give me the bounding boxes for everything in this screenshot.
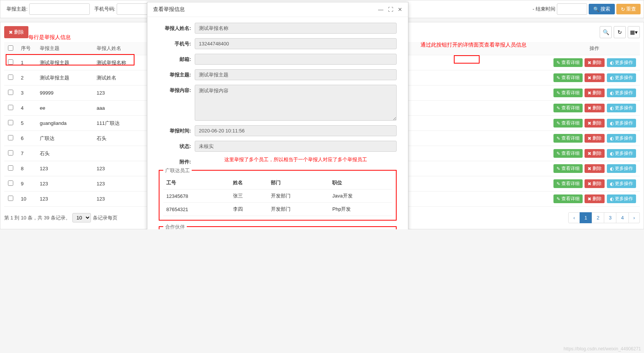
row-checkbox[interactable]: [8, 90, 13, 95]
row-delete-button[interactable]: ✖删除: [585, 58, 605, 67]
row-delete-button[interactable]: ✖删除: [585, 134, 605, 143]
grid-icon: ▦▾: [630, 29, 638, 35]
more-actions-button[interactable]: ◐更多操作: [607, 179, 636, 188]
more-actions-button[interactable]: ◐更多操作: [607, 149, 636, 158]
emp-col-position: 职位: [329, 176, 392, 190]
delete-label: 删除: [14, 29, 24, 36]
more-actions-button[interactable]: ◐更多操作: [607, 58, 636, 67]
view-detail-button[interactable]: ✎查看详细: [553, 194, 583, 203]
view-detail-button[interactable]: ✎查看详细: [553, 164, 583, 173]
reset-icon: ↻: [621, 6, 625, 12]
row-delete-button[interactable]: ✖删除: [585, 164, 605, 173]
more-actions-button[interactable]: ◐更多操作: [607, 89, 636, 97]
delete-icon: ✖: [588, 75, 591, 81]
more-actions-button[interactable]: ◐更多操作: [607, 134, 636, 143]
row-delete-button[interactable]: ✖删除: [585, 119, 605, 128]
view-detail-button[interactable]: ✎查看详细: [553, 73, 583, 82]
employee-row: 12345678张三开发部门Java开发: [163, 190, 392, 203]
end-time-input[interactable]: [557, 3, 587, 15]
view-detail-button[interactable]: ✎查看详细: [553, 179, 583, 188]
edit-icon: ✎: [556, 181, 560, 187]
row-delete-button[interactable]: ✖删除: [585, 179, 605, 188]
row-delete-button[interactable]: ✖删除: [585, 104, 605, 112]
cell-topic: 123: [36, 161, 93, 176]
edit-icon: ✎: [556, 106, 560, 111]
row-delete-button[interactable]: ✖删除: [585, 149, 605, 158]
delete-icon: ✖: [588, 136, 591, 141]
page-4[interactable]: 4: [616, 212, 628, 223]
annotation-multi-employee: 这里举报了多个员工，所以相当于一个举报人对应了多个举报员工: [195, 156, 397, 163]
more-icon: ◐: [610, 60, 614, 65]
row-checkbox[interactable]: [8, 120, 13, 125]
search-button[interactable]: 🔍 搜索: [589, 4, 615, 14]
label-time: 举报时间:: [159, 125, 195, 134]
row-delete-button[interactable]: ✖删除: [585, 194, 605, 203]
cell-topic: 测试举报主题: [36, 55, 93, 70]
view-detail-button[interactable]: ✎查看详细: [553, 58, 583, 67]
row-delete-button[interactable]: ✖删除: [585, 73, 605, 82]
page-3[interactable]: 3: [604, 212, 616, 223]
end-time-label: - 结束时间: [533, 6, 555, 12]
label-email: 邮箱:: [159, 54, 195, 63]
label-phone: 手机号:: [159, 38, 195, 47]
per-page-select[interactable]: 10: [72, 213, 91, 222]
page-2[interactable]: 2: [592, 212, 604, 223]
edit-icon: ✎: [556, 75, 560, 81]
row-checkbox[interactable]: [8, 135, 13, 140]
cell-seq: 6: [17, 131, 36, 146]
view-detail-button[interactable]: ✎查看详细: [553, 119, 583, 128]
cell-seq: 8: [17, 161, 36, 176]
page-prev[interactable]: ‹: [568, 212, 580, 223]
view-detail-button[interactable]: ✎查看详细: [553, 89, 583, 97]
employee-row: 87654321李四开发部门Php开发: [163, 203, 392, 216]
cell-topic: 广联达: [36, 131, 93, 146]
cell-topic: 123: [36, 176, 93, 191]
col-topic: 举报主题: [36, 42, 93, 55]
row-checkbox[interactable]: [8, 59, 13, 65]
reset-label: 重查: [626, 6, 636, 12]
more-icon: ◐: [610, 75, 614, 81]
view-detail-button[interactable]: ✎查看详细: [553, 104, 583, 112]
employee-legend: 广联达员工: [163, 167, 192, 174]
view-detail-button[interactable]: ✎查看详细: [553, 134, 583, 143]
annotation-row-info: 每行是举报人信息: [28, 34, 71, 41]
more-actions-button[interactable]: ◐更多操作: [607, 104, 636, 112]
bulk-delete-button[interactable]: ✖ 删除: [4, 26, 28, 38]
row-checkbox[interactable]: [8, 75, 13, 80]
more-icon: ◐: [610, 106, 614, 111]
page-next[interactable]: ›: [628, 212, 640, 223]
row-delete-button[interactable]: ✖删除: [585, 89, 605, 97]
field-topic: [195, 69, 397, 80]
delete-icon: ✖: [588, 151, 591, 156]
minimize-icon[interactable]: —: [378, 6, 383, 12]
cell-seq: 9: [17, 176, 36, 191]
more-icon: ◐: [610, 166, 614, 171]
row-checkbox[interactable]: [8, 180, 13, 186]
edit-icon: ✎: [556, 196, 560, 202]
more-actions-button[interactable]: ◐更多操作: [607, 164, 636, 173]
delete-icon: ✖: [588, 166, 591, 171]
row-checkbox[interactable]: [8, 165, 13, 171]
close-icon[interactable]: ✕: [398, 6, 402, 12]
reset-button[interactable]: ↻ 重查: [616, 4, 641, 14]
row-checkbox[interactable]: [8, 150, 13, 156]
table-search-button[interactable]: 🔍: [600, 26, 612, 38]
row-checkbox[interactable]: [8, 105, 13, 110]
label-content: 举报内容:: [159, 85, 195, 94]
select-all-checkbox[interactable]: [8, 45, 13, 51]
more-actions-button[interactable]: ◐更多操作: [607, 73, 636, 82]
more-icon: ◐: [610, 181, 614, 187]
topic-filter-input[interactable]: [29, 3, 90, 15]
more-actions-button[interactable]: ◐更多操作: [607, 194, 636, 203]
grid-options-button[interactable]: ▦▾: [628, 26, 640, 38]
page-1[interactable]: 1: [580, 212, 592, 223]
page-info-text: 第 1 到 10 条，共 39 条记录。: [4, 215, 70, 221]
emp-col-dept: 部门: [268, 176, 329, 190]
row-checkbox[interactable]: [8, 196, 13, 201]
more-icon: ◐: [610, 90, 614, 96]
more-actions-button[interactable]: ◐更多操作: [607, 119, 636, 128]
refresh-button[interactable]: ↻: [614, 26, 626, 38]
maximize-icon[interactable]: ⛶: [388, 6, 393, 12]
delete-icon: ✖: [588, 106, 591, 111]
view-detail-button[interactable]: ✎查看详细: [553, 149, 583, 158]
